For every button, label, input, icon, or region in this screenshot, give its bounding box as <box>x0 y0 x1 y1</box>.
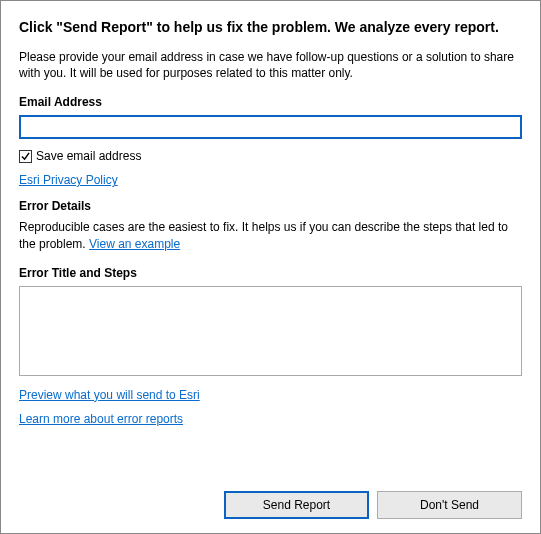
check-icon <box>21 152 30 161</box>
title-steps-label: Error Title and Steps <box>19 266 522 280</box>
error-title-steps-textarea[interactable] <box>19 286 522 376</box>
preview-link[interactable]: Preview what you will send to Esri <box>19 388 200 402</box>
intro-text: Please provide your email address in cas… <box>19 49 522 81</box>
email-input[interactable] <box>19 115 522 139</box>
save-email-row: Save email address <box>19 149 522 163</box>
learn-more-link[interactable]: Learn more about error reports <box>19 412 183 426</box>
view-example-link[interactable]: View an example <box>89 237 180 251</box>
bottom-links: Preview what you will send to Esri Learn… <box>19 388 522 436</box>
button-row: Send Report Don't Send <box>19 491 522 519</box>
email-label: Email Address <box>19 95 522 109</box>
privacy-policy-link[interactable]: Esri Privacy Policy <box>19 173 118 187</box>
dialog-heading: Click "Send Report" to help us fix the p… <box>19 19 522 35</box>
error-report-dialog: Click "Send Report" to help us fix the p… <box>0 0 541 534</box>
error-details-text: Reproducible cases are the easiest to fi… <box>19 219 522 251</box>
send-report-button[interactable]: Send Report <box>224 491 369 519</box>
save-email-checkbox[interactable] <box>19 150 32 163</box>
dont-send-button[interactable]: Don't Send <box>377 491 522 519</box>
error-details-label: Error Details <box>19 199 522 213</box>
save-email-label: Save email address <box>36 149 141 163</box>
